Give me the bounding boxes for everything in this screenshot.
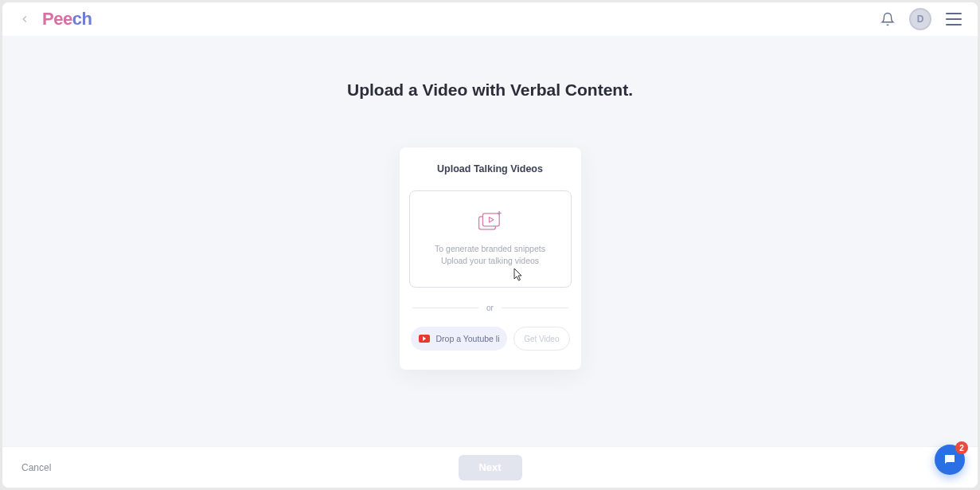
- dropzone-line2: Upload your talking videos: [435, 255, 545, 267]
- notifications-button[interactable]: [880, 12, 895, 26]
- youtube-row: Get Video: [409, 327, 572, 351]
- app-frame: Peech D Upload a Video with Verbal Conte…: [2, 2, 978, 488]
- upload-card: Upload Talking Videos To generate brande…: [400, 147, 581, 370]
- header: Peech D: [2, 2, 978, 36]
- logo-part-1: Pee: [42, 9, 72, 29]
- main-content: Upload a Video with Verbal Content. Uplo…: [2, 36, 978, 446]
- footer: Cancel Next: [2, 446, 978, 488]
- youtube-icon: [419, 335, 430, 343]
- divider: or: [412, 304, 568, 312]
- chevron-left-icon: [19, 14, 30, 25]
- chat-badge: 2: [955, 441, 968, 454]
- upload-dropzone[interactable]: To generate branded snippets Upload your…: [409, 190, 572, 288]
- youtube-link-input[interactable]: [436, 334, 500, 343]
- dropzone-line1: To generate branded snippets: [435, 243, 545, 255]
- menu-button[interactable]: [946, 13, 962, 25]
- youtube-input-wrapper[interactable]: [411, 327, 508, 351]
- avatar-initial: D: [917, 14, 924, 25]
- chat-icon: [943, 453, 957, 467]
- card-title: Upload Talking Videos: [409, 163, 572, 174]
- divider-label: or: [478, 304, 502, 312]
- hamburger-icon: [946, 13, 962, 14]
- next-button[interactable]: Next: [459, 455, 522, 480]
- dropzone-text: To generate branded snippets Upload your…: [435, 243, 545, 267]
- svg-rect-1: [482, 214, 499, 226]
- chat-button[interactable]: 2: [935, 445, 965, 475]
- upload-video-icon: [478, 211, 503, 233]
- logo-part-2: ch: [72, 9, 92, 29]
- cancel-button[interactable]: Cancel: [21, 462, 51, 473]
- header-actions: D: [880, 8, 962, 30]
- page-title: Upload a Video with Verbal Content.: [2, 80, 978, 100]
- back-button[interactable]: [18, 13, 31, 25]
- avatar[interactable]: D: [909, 8, 931, 30]
- logo[interactable]: Peech: [42, 9, 92, 29]
- get-video-button[interactable]: Get Video: [513, 327, 569, 351]
- bell-icon: [880, 12, 895, 26]
